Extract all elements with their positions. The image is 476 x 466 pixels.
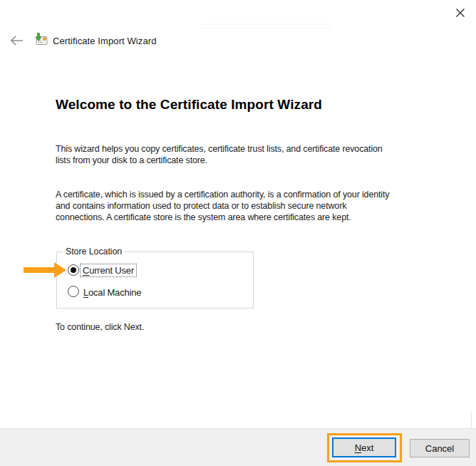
next-button[interactable]: Next [332,437,396,457]
annotation-arrow-shaft [24,267,55,273]
footer-bar [0,428,476,466]
back-arrow-icon [9,38,24,50]
mnemonic-letter: C [83,265,89,276]
continue-instruction: To continue, click Next. [56,322,144,332]
radio-current-user-label[interactable]: Current User [80,264,137,277]
certificate-import-icon [33,32,49,48]
store-location-groupbox [56,252,254,309]
radio-local-machine[interactable] [68,286,79,297]
edge-artifact [471,411,472,428]
mnemonic-letter: L [83,287,88,298]
radio-current-user[interactable] [68,264,79,276]
mnemonic-letter: N [355,442,361,453]
label-rest: ext [361,442,373,453]
back-button[interactable] [9,33,24,48]
annotation-arrow-icon [54,262,66,278]
close-icon [455,8,465,21]
close-button[interactable] [452,6,469,23]
description-paragraph: A certificate, which is issued by a cert… [56,189,389,223]
radio-local-machine-label[interactable]: Local Machine [81,286,144,299]
label-rest: ocal Machine [88,287,141,298]
page-heading: Welcome to the Certificate Import Wizard [56,97,322,113]
background-artifact [202,24,330,31]
wizard-title: Certificate Import Wizard [53,36,157,46]
intro-paragraph: This wizard helps you copy certificates,… [56,143,383,166]
cancel-button[interactable]: Cancel [410,439,470,457]
store-location-label: Store Location [63,247,125,257]
label-rest: urrent User [89,265,134,276]
